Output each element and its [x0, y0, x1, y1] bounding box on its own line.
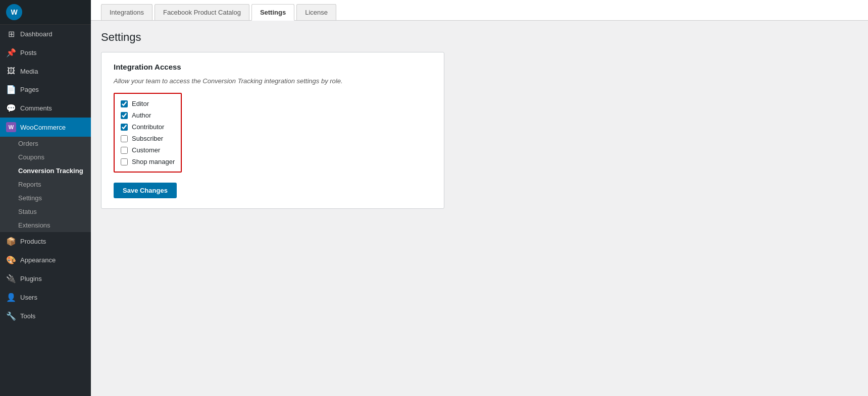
sidebar-item-reports[interactable]: Reports: [0, 178, 91, 191]
sidebar-item-extensions[interactable]: Extensions: [0, 218, 91, 232]
sidebar-item-posts[interactable]: 📌 Posts: [0, 43, 91, 62]
wp-logo-icon: W: [6, 4, 22, 20]
sidebar-item-users[interactable]: 👤 Users: [0, 288, 91, 307]
page-title: Settings: [101, 31, 858, 44]
role-subscriber-item[interactable]: Subscriber: [121, 133, 175, 144]
tabs-bar: Integrations Facebook Product Catalog Se…: [91, 0, 868, 21]
settings-card: Integration Access Allow your team to ac…: [101, 52, 444, 209]
role-shop-manager-label: Shop manager: [132, 158, 175, 165]
sidebar-item-label: WooCommerce: [20, 124, 66, 131]
sidebar-item-products[interactable]: 📦 Products: [0, 232, 91, 251]
sidebar-item-conversion-tracking[interactable]: Conversion Tracking: [0, 164, 91, 178]
sidebar-item-label: Tools: [20, 312, 35, 320]
sidebar-item-plugins[interactable]: 🔌 Plugins: [0, 269, 91, 288]
tab-facebook-product-catalog[interactable]: Facebook Product Catalog: [155, 4, 249, 20]
sidebar-item-label: Comments: [20, 104, 52, 112]
card-title: Integration Access: [114, 63, 432, 71]
roles-checkbox-list: Editor Author Contributor Subscriber: [114, 93, 182, 173]
users-icon: 👤: [6, 293, 16, 302]
comments-icon: 💬: [6, 103, 16, 113]
role-contributor-label: Contributor: [132, 123, 164, 131]
sidebar-item-comments[interactable]: 💬 Comments: [0, 99, 91, 118]
sidebar-item-label: Appearance: [20, 256, 56, 264]
role-author-checkbox[interactable]: [121, 112, 128, 119]
sidebar-item-tools[interactable]: 🔧 Tools: [0, 307, 91, 325]
role-contributor-checkbox[interactable]: [121, 124, 128, 131]
tools-icon: 🔧: [6, 311, 16, 321]
sidebar-item-woocommerce[interactable]: W WooCommerce: [0, 118, 91, 137]
tab-license[interactable]: License: [296, 4, 336, 20]
role-shop-manager-item[interactable]: Shop manager: [121, 156, 175, 167]
woocommerce-submenu: Orders Coupons Conversion Tracking Repor…: [0, 137, 91, 232]
products-icon: 📦: [6, 237, 16, 246]
sidebar-item-appearance[interactable]: 🎨 Appearance: [0, 251, 91, 269]
posts-icon: 📌: [6, 48, 16, 58]
sidebar: W ⊞ Dashboard 📌 Posts 🖼 Media 📄 Pages 💬 …: [0, 0, 91, 396]
woocommerce-icon: W: [6, 122, 16, 132]
sidebar-item-pages[interactable]: 📄 Pages: [0, 80, 91, 99]
sidebar-item-label: Users: [20, 294, 37, 301]
sidebar-item-label: Posts: [20, 49, 37, 56]
plugins-icon: 🔌: [6, 274, 16, 284]
role-editor-checkbox[interactable]: [121, 100, 128, 107]
role-author-label: Author: [132, 111, 151, 119]
sidebar-item-status[interactable]: Status: [0, 205, 91, 218]
pages-icon: 📄: [6, 85, 16, 94]
role-editor-label: Editor: [132, 100, 149, 107]
role-customer-checkbox[interactable]: [121, 147, 128, 154]
main-content: Integrations Facebook Product Catalog Se…: [91, 0, 868, 396]
sidebar-item-orders[interactable]: Orders: [0, 137, 91, 150]
sidebar-item-label: Media: [20, 68, 38, 75]
media-icon: 🖼: [6, 67, 16, 76]
sidebar-item-settings[interactable]: Settings: [0, 191, 91, 205]
sidebar-item-label: Dashboard: [20, 30, 53, 38]
role-customer-item[interactable]: Customer: [121, 144, 175, 156]
sidebar-item-coupons[interactable]: Coupons: [0, 150, 91, 164]
sidebar-logo: W: [0, 0, 91, 25]
role-subscriber-checkbox[interactable]: [121, 135, 128, 142]
tab-integrations[interactable]: Integrations: [101, 4, 152, 20]
sidebar-item-media[interactable]: 🖼 Media: [0, 62, 91, 80]
tab-settings[interactable]: Settings: [251, 4, 294, 21]
sidebar-item-label: Plugins: [20, 275, 42, 282]
sidebar-item-label: Products: [20, 238, 46, 245]
role-editor-item[interactable]: Editor: [121, 98, 175, 109]
dashboard-icon: ⊞: [6, 29, 16, 39]
sidebar-item-dashboard[interactable]: ⊞ Dashboard: [0, 25, 91, 43]
appearance-icon: 🎨: [6, 255, 16, 265]
role-contributor-item[interactable]: Contributor: [121, 121, 175, 133]
role-shop-manager-checkbox[interactable]: [121, 158, 128, 165]
sidebar-item-label: Pages: [20, 86, 39, 93]
role-customer-label: Customer: [132, 146, 160, 154]
card-description: Allow your team to access the Conversion…: [114, 77, 432, 85]
save-changes-button[interactable]: Save Changes: [114, 183, 177, 198]
role-author-item[interactable]: Author: [121, 109, 175, 121]
content-area: Settings Integration Access Allow your t…: [91, 21, 868, 219]
role-subscriber-label: Subscriber: [132, 135, 163, 142]
